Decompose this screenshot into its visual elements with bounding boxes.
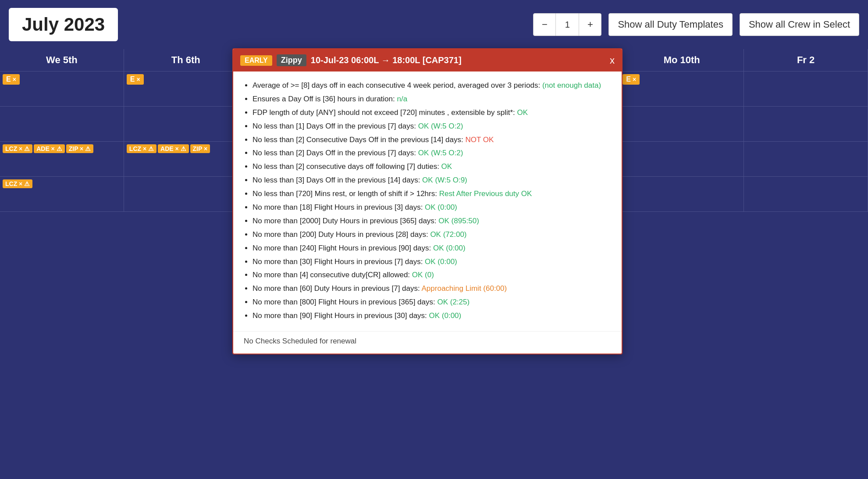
check-item: FDP length of duty [ANY] should not exce…: [253, 107, 611, 119]
check-status: OK: [517, 108, 528, 117]
check-item: No more than [18] Flight Hours in previo…: [253, 201, 611, 214]
cal-cell-r2c7: [744, 107, 868, 141]
check-status: OK (0:00): [433, 244, 466, 252]
modal-body: Average of >= [8] days off in each conse…: [233, 71, 622, 331]
check-item: No more than [60] Duty Hours in previous…: [253, 282, 611, 295]
duty-badge[interactable]: E ×: [3, 74, 20, 85]
renewal-text: No Checks Scheduled for renewal: [244, 337, 356, 345]
check-status: OK (2:25): [437, 298, 470, 306]
col-header-wed: We 5th: [0, 49, 124, 71]
cal-cell-r1c6: E ×: [620, 71, 744, 106]
check-item: No less than [2] consecutive days off fo…: [253, 161, 611, 173]
check-status: OK (895:50): [438, 217, 479, 225]
check-item: No more than [90] Flight Hours in previo…: [253, 310, 611, 322]
zoom-minus-button[interactable]: −: [533, 13, 556, 36]
modal-header: EARLY Zippy 10-Jul-23 06:00L → 18:00L [C…: [233, 49, 622, 71]
check-item: No more than [2000] Duty Hours in previo…: [253, 215, 611, 228]
check-item: No less than [720] Mins rest, or length …: [253, 188, 611, 200]
duty-badge-zip[interactable]: ZIP ×: [190, 144, 210, 153]
zoom-plus-button[interactable]: +: [579, 13, 601, 36]
check-item: No more than [200] Duty Hours in previou…: [253, 229, 611, 241]
duty-badge[interactable]: E ×: [127, 74, 144, 85]
duty-badge-lcz[interactable]: LCZ × ⚠: [127, 144, 157, 153]
modal-header-text: 10-Jul-23 06:00L → 18:00L [CAP371]: [311, 55, 462, 65]
show-crew-select-button[interactable]: Show all Crew in Select: [740, 13, 859, 36]
col-header-mon: Mo 10th: [620, 49, 744, 71]
duty-badge-zip[interactable]: ZIP × ⚠: [66, 144, 93, 153]
cal-cell-r4c2: [124, 177, 248, 211]
check-status: NOT OK: [465, 136, 494, 144]
duty-badge-lcz2[interactable]: LCZ × ⚠: [3, 179, 32, 188]
check-status: n/a: [397, 95, 407, 103]
check-item: Ensures a Day Off is [36] hours in durat…: [253, 93, 611, 106]
cal-cell-r4c6: [620, 177, 744, 211]
show-duty-templates-button[interactable]: Show all Duty Templates: [608, 13, 733, 36]
check-status: OK (W:5 O:2): [418, 122, 463, 130]
check-status: (not enough data): [542, 81, 601, 89]
cal-cell-r2c2: [124, 107, 248, 141]
modal-footer: No Checks Scheduled for renewal: [233, 331, 622, 354]
duty-badge-ade[interactable]: ADE × ⚠: [158, 144, 189, 153]
check-item: No less than [3] Days Off in the previou…: [253, 174, 611, 187]
duty-badge-lcz[interactable]: LCZ × ⚠: [3, 144, 32, 153]
early-badge: EARLY: [240, 55, 272, 66]
check-item: No less than [2] Days Off in the previou…: [253, 147, 611, 160]
col-header-thu: Th 6th: [124, 49, 248, 71]
cal-cell-r4c1: LCZ × ⚠: [0, 177, 124, 211]
duty-badge-ade[interactable]: ADE × ⚠: [34, 144, 65, 153]
check-item: No less than [1] Days Off in the previou…: [253, 120, 611, 133]
zoom-controls: − 1 +: [533, 13, 601, 36]
check-status: OK: [441, 162, 452, 171]
check-item: No less than [2] Consecutive Days Off in…: [253, 134, 611, 147]
check-status: OK (0): [412, 271, 434, 279]
cal-cell-r1c2: E ×: [124, 71, 248, 106]
cal-cell-r1c7: [744, 71, 868, 106]
zoom-value: 1: [556, 13, 579, 36]
check-item: No more than [800] Flight Hours in previ…: [253, 296, 611, 309]
cal-cell-r3c1: LCZ × ⚠ ADE × ⚠ ZIP × ⚠: [0, 142, 124, 176]
check-status: OK (72:00): [430, 230, 466, 239]
check-item: Average of >= [8] days off in each conse…: [253, 79, 611, 92]
check-status: OK (W:5 O:9): [422, 176, 467, 184]
check-status: OK (W:5 O:2): [418, 149, 463, 157]
check-status: OK (0:00): [425, 257, 457, 266]
check-status: Approaching Limit (60:00): [422, 284, 507, 293]
cal-cell-r4c7: [744, 177, 868, 211]
duty-badge[interactable]: E ×: [623, 74, 640, 85]
cal-cell-r3c6: [620, 142, 744, 176]
check-item: No more than [240] Flight Hours in previ…: [253, 242, 611, 255]
modal-close-button[interactable]: x: [610, 55, 615, 66]
cal-cell-r2c1: [0, 107, 124, 141]
check-item: No more than [4] consecutive duty[CR] al…: [253, 269, 611, 282]
cal-cell-r3c7: [744, 142, 868, 176]
cal-cell-r2c6: [620, 107, 744, 141]
crew-name-badge: Zippy: [277, 54, 306, 66]
check-status: OK (0:00): [429, 311, 462, 320]
month-title: July 2023: [9, 8, 118, 41]
top-bar: July 2023 − 1 + Show all Duty Templates …: [0, 0, 868, 49]
check-status: Rest After Previous duty OK: [439, 189, 532, 198]
checks-list: Average of >= [8] days off in each conse…: [244, 79, 611, 322]
cal-cell-r3c2: LCZ × ⚠ ADE × ⚠ ZIP ×: [124, 142, 248, 176]
col-header-fri2: Fr 2: [744, 49, 868, 71]
check-status: OK (0:00): [425, 203, 457, 211]
check-item: No more than [30] Flight Hours in previo…: [253, 256, 611, 268]
duty-check-modal: EARLY Zippy 10-Jul-23 06:00L → 18:00L [C…: [232, 48, 623, 354]
cal-cell-r1c1: E ×: [0, 71, 124, 106]
